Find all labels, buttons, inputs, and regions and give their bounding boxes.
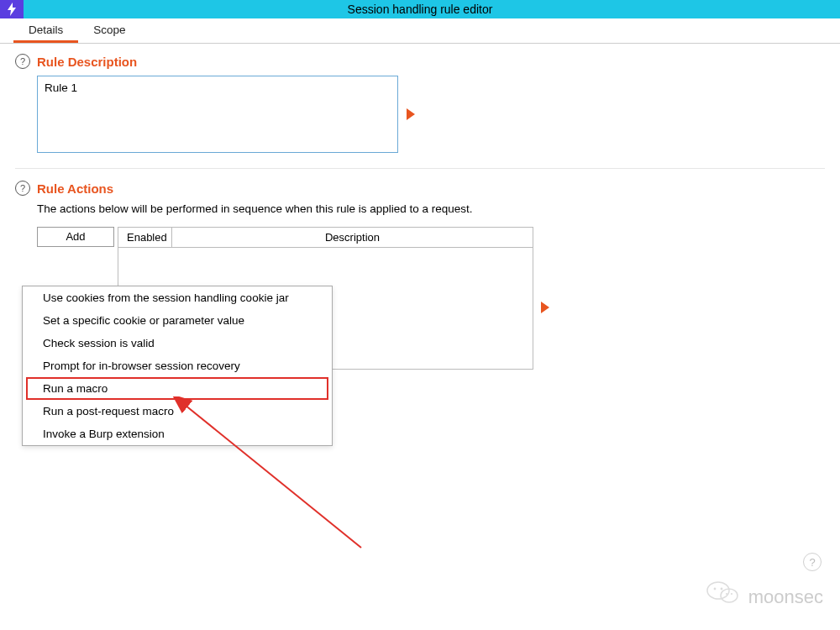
arrow-right-icon	[541, 302, 549, 313]
menu-item-prompt-recovery[interactable]: Prompt for in-browser session recovery	[23, 354, 332, 377]
section-divider	[15, 168, 825, 169]
help-icon[interactable]: ?	[15, 181, 30, 196]
arrow-right-icon	[407, 108, 415, 120]
titlebar: Session handling rule editor	[0, 0, 840, 18]
column-description[interactable]: Description	[172, 228, 533, 247]
rule-description-header: ? Rule Description	[15, 54, 825, 69]
svg-point-1	[707, 582, 729, 599]
menu-item-run-post-macro[interactable]: Run a post-request macro	[23, 400, 332, 423]
watermark: moonsec	[706, 580, 823, 613]
add-button[interactable]: Add	[37, 227, 114, 247]
bolt-icon	[0, 0, 24, 18]
help-icon[interactable]: ?	[803, 553, 822, 571]
rule-actions-description: The actions below will be performed in s…	[37, 202, 825, 215]
rule-description-input[interactable]: Rule 1	[37, 76, 398, 153]
window-title: Session handling rule editor	[348, 3, 493, 16]
svg-point-6	[731, 593, 732, 595]
wechat-icon	[706, 579, 740, 612]
menu-item-run-macro[interactable]: Run a macro	[26, 377, 328, 400]
rule-description-value: Rule 1	[45, 81, 77, 94]
svg-point-4	[720, 588, 722, 591]
menu-item-set-cookie[interactable]: Set a specific cookie or parameter value	[23, 309, 332, 332]
watermark-text: moonsec	[748, 586, 823, 608]
menu-item-invoke-extension[interactable]: Invoke a Burp extension	[23, 423, 332, 445]
rule-description-title: Rule Description	[37, 55, 137, 69]
svg-point-5	[726, 593, 727, 595]
menu-item-check-session[interactable]: Check session is valid	[23, 332, 332, 354]
rule-actions-header: ? Rule Actions	[15, 181, 825, 196]
menu-item-use-cookies[interactable]: Use cookies from the session handling co…	[23, 286, 332, 309]
add-action-menu: Use cookies from the session handling co…	[22, 286, 333, 446]
tab-scope[interactable]: Scope	[78, 18, 140, 43]
rule-description-row: Rule 1	[37, 76, 825, 153]
tab-details[interactable]: Details	[13, 18, 78, 43]
svg-point-3	[713, 588, 716, 591]
column-enabled[interactable]: Enabled	[118, 228, 172, 247]
table-header: Enabled Description	[118, 228, 533, 248]
rule-actions-title: Rule Actions	[37, 181, 113, 196]
tab-bar: Details Scope	[0, 18, 840, 44]
help-icon[interactable]: ?	[15, 54, 30, 69]
